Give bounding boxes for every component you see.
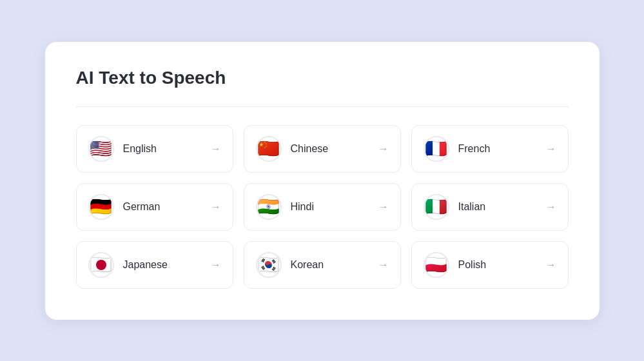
lang-btn-french[interactable]: 🇫🇷French→ xyxy=(411,125,569,173)
lang-name-hindi: Hindi xyxy=(291,201,314,213)
arrow-icon-french: → xyxy=(546,143,556,155)
lang-left-group: 🇵🇱Polish xyxy=(424,252,487,278)
lang-btn-hindi[interactable]: 🇮🇳Hindi→ xyxy=(244,183,401,231)
lang-name-polish: Polish xyxy=(458,259,487,271)
flag-chinese: 🇨🇳 xyxy=(256,136,282,162)
arrow-icon-italian: → xyxy=(546,201,556,213)
lang-name-french: French xyxy=(458,143,491,155)
page-title: AI Text to Speech xyxy=(76,68,569,88)
arrow-icon-chinese: → xyxy=(378,143,389,155)
lang-btn-japanese[interactable]: 🇯🇵Japanese→ xyxy=(76,241,233,289)
main-card: AI Text to Speech 🇺🇸English→🇨🇳Chinese→🇫🇷… xyxy=(45,42,600,320)
lang-name-english: English xyxy=(123,143,157,155)
lang-btn-polish[interactable]: 🇵🇱Polish→ xyxy=(411,241,569,289)
lang-btn-italian[interactable]: 🇮🇹Italian→ xyxy=(411,183,569,231)
lang-btn-korean[interactable]: 🇰🇷Korean→ xyxy=(244,241,401,289)
arrow-icon-japanese: → xyxy=(211,259,221,271)
arrow-icon-german: → xyxy=(211,201,221,213)
lang-name-japanese: Japanese xyxy=(123,259,168,271)
lang-left-group: 🇫🇷French xyxy=(424,136,491,162)
arrow-icon-polish: → xyxy=(546,259,556,271)
lang-left-group: 🇩🇪German xyxy=(88,194,161,220)
lang-left-group: 🇰🇷Korean xyxy=(256,252,324,278)
lang-left-group: 🇨🇳Chinese xyxy=(256,136,329,162)
lang-name-italian: Italian xyxy=(458,201,486,213)
flag-polish: 🇵🇱 xyxy=(424,252,449,278)
flag-italian: 🇮🇹 xyxy=(424,194,449,220)
lang-left-group: 🇺🇸English xyxy=(88,136,157,162)
flag-korean: 🇰🇷 xyxy=(256,252,282,278)
lang-name-german: German xyxy=(123,201,161,213)
lang-btn-german[interactable]: 🇩🇪German→ xyxy=(76,183,233,231)
flag-english: 🇺🇸 xyxy=(88,136,114,162)
lang-left-group: 🇯🇵Japanese xyxy=(88,252,168,278)
arrow-icon-korean: → xyxy=(378,259,389,271)
flag-french: 🇫🇷 xyxy=(424,136,449,162)
lang-btn-chinese[interactable]: 🇨🇳Chinese→ xyxy=(244,125,401,173)
arrow-icon-hindi: → xyxy=(378,201,389,213)
lang-left-group: 🇮🇳Hindi xyxy=(256,194,314,220)
language-grid: 🇺🇸English→🇨🇳Chinese→🇫🇷French→🇩🇪German→🇮🇳… xyxy=(76,125,569,289)
lang-btn-english[interactable]: 🇺🇸English→ xyxy=(76,125,233,173)
lang-name-chinese: Chinese xyxy=(291,143,329,155)
divider xyxy=(76,106,569,107)
lang-left-group: 🇮🇹Italian xyxy=(424,194,486,220)
arrow-icon-english: → xyxy=(211,143,221,155)
flag-german: 🇩🇪 xyxy=(88,194,114,220)
flag-japanese: 🇯🇵 xyxy=(88,252,114,278)
lang-name-korean: Korean xyxy=(291,259,324,271)
flag-hindi: 🇮🇳 xyxy=(256,194,282,220)
